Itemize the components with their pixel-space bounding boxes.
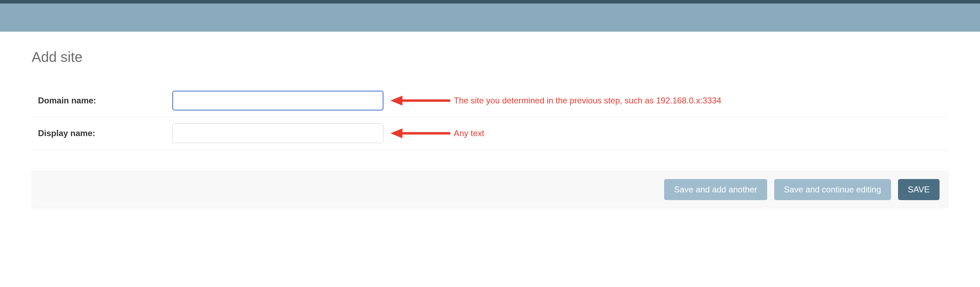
display-name-row: Display name: Any text (32, 117, 948, 150)
page-title: Add site (32, 49, 948, 65)
content-area: Add site Domain name: The site you deter… (0, 32, 980, 222)
arrow-left-icon (390, 94, 450, 107)
save-continue-editing-button[interactable]: Save and continue editing (774, 179, 891, 200)
domain-name-input[interactable] (172, 91, 383, 110)
save-add-another-button[interactable]: Save and add another (664, 179, 767, 200)
submit-row: Save and add another Save and continue e… (32, 171, 948, 208)
display-name-label: Display name: (32, 128, 172, 138)
domain-annotation-text: The site you determined in the previous … (454, 96, 721, 105)
display-annotation: Any text (390, 127, 484, 140)
domain-name-row: Domain name: The site you determined in … (32, 85, 948, 117)
arrow-left-icon (390, 127, 450, 140)
svg-marker-3 (390, 128, 402, 138)
display-name-input[interactable] (172, 123, 383, 143)
domain-name-label: Domain name: (32, 96, 172, 105)
save-button[interactable]: SAVE (898, 179, 940, 200)
top-bar-light (0, 3, 980, 32)
display-annotation-text: Any text (454, 128, 484, 138)
svg-marker-1 (390, 96, 402, 105)
domain-annotation: The site you determined in the previous … (390, 94, 721, 107)
top-bar-dark (0, 0, 980, 3)
